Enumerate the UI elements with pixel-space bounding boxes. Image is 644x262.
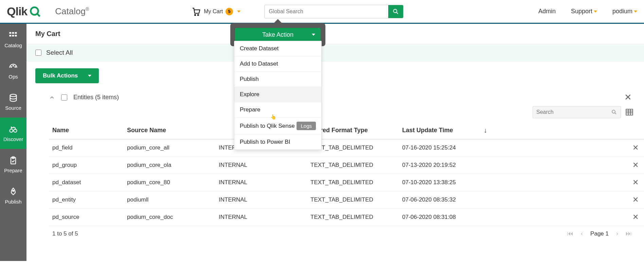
product-name: Catalog® [55,6,89,17]
next-page-button[interactable]: › [616,230,618,237]
cart-label: My Cart [204,8,223,15]
user-dropdown[interactable]: podium [612,8,637,15]
sidebar: Catalog Ops Source Discover Prepare Publ… [0,24,26,261]
menu-prepare[interactable]: Prepare [234,102,321,118]
table-row[interactable]: pd_entitypodiumllINTERNALTEXT_TAB_DELIMI… [49,191,644,209]
cell-name: pd_entity [49,191,124,209]
sort-indicator[interactable]: ↓ [480,122,644,139]
sidebar-item-label: Catalog [4,42,22,48]
menu-label: Prepare [240,106,260,113]
global-search-input[interactable] [265,8,388,15]
sidebar-item-discover[interactable]: Discover [0,118,26,149]
main-content: My Cart Select All Bulk Actions Entities… [26,24,644,261]
svg-rect-23 [626,109,633,115]
col-last-update[interactable]: Last Update Time [399,122,480,139]
sidebar-item-ops[interactable]: Ops [0,55,26,86]
table-row[interactable]: pd_fieldpodium_core_allINTERNALTEXT_TAB_… [49,139,644,157]
rocket-icon [8,187,18,197]
table-search[interactable] [533,106,621,118]
bulk-actions-button[interactable]: Bulk Actions [35,68,99,83]
cart-icon [191,6,201,17]
my-cart-dropdown[interactable]: My Cart 5 [191,6,240,17]
pager: ⏮ ‹ Page 1 › ⏭ [567,230,632,237]
menu-publish[interactable]: Publish [234,72,321,87]
svg-rect-10 [12,35,14,36]
cell-name: pd_dataset [49,174,124,191]
cell-source-type: INTERNAL [215,191,307,209]
table-row[interactable]: pd_grouppodium_core_olaINTERNALTEXT_TAB_… [49,157,644,174]
global-search[interactable] [264,5,404,18]
logo-text: Qlik [7,5,27,18]
table-search-input[interactable] [536,109,611,115]
remove-row-icon[interactable]: ✕ [632,195,639,204]
logo[interactable]: Qlik [7,5,41,18]
prev-page-button[interactable]: ‹ [581,230,583,237]
select-all-label: Select All [46,49,73,56]
table-header-row: Name Source Name Stored Format Type Last… [49,122,644,139]
svg-line-1 [37,14,40,16]
logs-button[interactable]: Logs [297,122,316,130]
arrow-down-icon: ↓ [484,126,487,134]
sidebar-item-source[interactable]: Source [0,86,26,118]
close-group-icon[interactable]: ✕ [624,92,632,103]
sidebar-item-prepare[interactable]: Prepare [0,149,26,180]
menu-publish-powerbi[interactable]: Publish to Power BI [234,135,321,150]
product-label: Catalog [55,6,86,16]
menu-label: Add to Dataset [240,60,278,67]
columns-icon[interactable] [625,108,634,117]
table-row[interactable]: pd_datasetpodium_core_80INTERNALTEXT_TAB… [49,174,644,191]
table-row[interactable]: pd_sourcepodium_core_docINTERNALTEXT_TAB… [49,209,644,226]
caret-down-icon [594,11,597,13]
cell-last-update: 07-13-2020 20:19:52 [399,157,480,174]
remove-row-icon[interactable]: ✕ [632,161,639,169]
svg-rect-9 [9,35,11,36]
svg-line-22 [615,113,616,114]
search-icon [392,8,399,15]
remove-row-icon[interactable]: ✕ [632,143,639,152]
col-name[interactable]: Name [49,122,124,139]
cell-source-name: podium_core_all [124,139,215,157]
caret-down-icon [88,75,91,77]
support-dropdown[interactable]: Support [571,8,597,15]
cursor-icon: 👆 [270,114,276,120]
binoculars-icon [8,125,18,134]
menu-add-to-dataset[interactable]: Add to Dataset [234,56,321,72]
cell-source-name: podiumll [124,191,215,209]
cell-last-update: 07-06-2020 08:31:08 [399,209,480,226]
entities-group-label: Entities (5 items) [73,94,119,101]
chevron-up-icon[interactable] [49,94,55,101]
select-all-checkbox[interactable] [35,50,41,56]
cell-stored-format: TEXT_TAB_DELIMITED [307,209,399,226]
cell-name: pd_group [49,157,124,174]
remove-row-icon[interactable]: ✕ [632,213,639,221]
take-action-label: Take Action [262,31,293,38]
svg-point-14 [15,66,16,67]
svg-point-4 [394,9,397,13]
last-page-button[interactable]: ⏭ [626,230,632,237]
col-source-name[interactable]: Source Name [124,122,215,139]
remove-row-icon[interactable]: ✕ [632,178,639,187]
cell-last-update: 07-06-2020 08:35:32 [399,191,480,209]
admin-link[interactable]: Admin [538,8,556,15]
svg-point-3 [198,14,199,15]
cell-source-name: podium_core_ola [124,157,215,174]
global-search-button[interactable] [388,5,403,18]
admin-label: Admin [538,8,556,15]
cell-stored-format: TEXT_TAB_DELIMITED [307,157,399,174]
svg-point-16 [10,129,13,132]
first-page-button[interactable]: ⏮ [567,230,573,237]
menu-create-dataset[interactable]: Create Dataset [234,41,321,56]
sidebar-item-catalog[interactable]: Catalog [0,24,26,55]
menu-label: Publish to Power BI [240,139,290,145]
entities-group-checkbox[interactable] [61,94,67,101]
take-action-button[interactable]: Take Action [235,28,321,41]
table-footer: 1 to 5 of 5 ⏮ ‹ Page 1 › ⏭ [49,226,635,241]
sidebar-item-label: Discover [3,136,23,142]
cell-source-type: INTERNAL [215,209,307,226]
menu-explore[interactable]: Explore [234,87,321,102]
menu-label: Publish [240,76,259,83]
menu-publish-qlik[interactable]: Publish to Qlik Sense Logs [234,118,321,135]
svg-line-5 [397,12,398,14]
sidebar-item-publish[interactable]: Publish [0,180,26,211]
caret-down-icon [634,11,637,13]
